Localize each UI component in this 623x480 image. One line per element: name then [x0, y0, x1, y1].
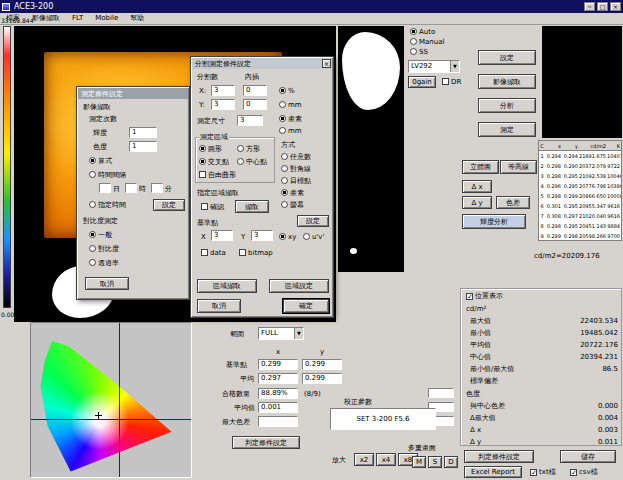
lv-select[interactable]: LV292 ▼: [408, 60, 460, 73]
center-point-radio[interactable]: 中心點: [237, 158, 267, 167]
normal-radio[interactable]: 一般: [89, 231, 112, 240]
chevron-down-icon[interactable]: ▼: [450, 61, 459, 72]
reference-x-field[interactable]: 0.299: [258, 359, 298, 370]
luminance-analysis-button[interactable]: 輝度分析: [462, 214, 526, 229]
measure-button[interactable]: 測定: [478, 122, 536, 137]
chevron-down-icon[interactable]: ▼: [294, 328, 303, 339]
zoom-x4-button[interactable]: x4: [376, 453, 396, 466]
cancel-button[interactable]: 取消: [85, 277, 129, 290]
mode-set-button[interactable]: 設定: [297, 215, 329, 227]
free-shape-checkbox[interactable]: 自由曲形: [199, 171, 236, 180]
dialog-title-bar[interactable]: 分割測定條件設定: [192, 58, 332, 69]
dialog-title-bar[interactable]: 測定條件設定: [78, 88, 188, 99]
app-window: ACE3-200 ─ □ × 檔案 影像擷取 FLT Mobile 幫助 331…: [0, 0, 623, 480]
ref-x-field[interactable]: 3: [211, 230, 233, 241]
color-diff-button[interactable]: 色差: [496, 196, 530, 209]
zero-gain-button[interactable]: 0gain: [408, 76, 436, 88]
stat-row: Δ最大值0.004: [470, 414, 618, 424]
circle-radio[interactable]: 圓形: [199, 145, 222, 154]
judge-condition-button[interactable]: 判定條件設定: [464, 450, 534, 463]
transmittance-radio[interactable]: 透過率: [89, 259, 119, 268]
size-mm-radio[interactable]: mm: [279, 127, 302, 136]
region-grab-button[interactable]: 區域擷取: [197, 279, 257, 293]
grab-button[interactable]: 擷取: [235, 200, 269, 213]
interval-day-field[interactable]: [99, 183, 111, 193]
y-division-field[interactable]: 3: [211, 99, 235, 110]
save-button[interactable]: 儲存: [560, 450, 616, 463]
mode-manual[interactable]: Manual: [410, 38, 444, 47]
multi-s-button[interactable]: S: [428, 456, 442, 468]
contrast-radio[interactable]: 對比度: [89, 245, 119, 254]
surface-3d-button[interactable]: 立體圖: [462, 160, 499, 174]
cross-point-radio[interactable]: 交叉點: [199, 158, 229, 167]
free-shape-checkbox-icon: [199, 171, 206, 178]
unit-percent-radio[interactable]: %: [279, 87, 295, 96]
mode-ss[interactable]: SS: [410, 48, 428, 57]
time-set-button[interactable]: 設定: [153, 199, 185, 211]
measure-size-field[interactable]: 3: [237, 115, 263, 126]
current-luminance-reading: cd/m2=20209.176: [534, 252, 600, 261]
mode-option-radio[interactable]: 目標點: [281, 177, 311, 186]
maximize-icon[interactable]: □: [597, 2, 608, 11]
average-x-field[interactable]: 0.297: [258, 373, 298, 384]
size-pixel-radio[interactable]: 畫素: [279, 115, 302, 124]
cross-point-radio-icon: [199, 158, 206, 165]
ok-button[interactable]: 確定: [283, 299, 329, 313]
ref-y-field[interactable]: 3: [251, 230, 273, 241]
y-interp-field[interactable]: 0: [243, 99, 267, 110]
menu-mobile[interactable]: Mobile: [89, 13, 124, 24]
formula-radio[interactable]: 算式: [89, 157, 112, 166]
mode-option-radio[interactable]: 對角線: [281, 165, 311, 174]
average-y-field[interactable]: 0.299: [302, 373, 342, 384]
position-display-checkbox[interactable]: 位置表示: [466, 292, 503, 301]
cd-section-label: cd/m²: [466, 305, 486, 314]
cie-chromaticity-diagram[interactable]: [30, 322, 192, 478]
interval-hour-field[interactable]: [125, 183, 137, 193]
zoom-x2-button[interactable]: x2: [354, 453, 374, 466]
csv-file-checkbox[interactable]: csv檔: [570, 468, 598, 477]
cancel-button[interactable]: 取消: [197, 299, 241, 313]
display-uv-radio[interactable]: u'v': [303, 233, 324, 242]
mode-option-radio[interactable]: 畫素: [281, 189, 304, 198]
data-file-checkbox[interactable]: data: [201, 249, 226, 258]
display-xy-radio[interactable]: xy: [279, 233, 296, 242]
fixed-time-radio[interactable]: 指定時間: [89, 201, 126, 210]
contour-button[interactable]: 等高線: [500, 160, 537, 174]
square-radio[interactable]: 方形: [237, 145, 260, 154]
delta-y-button[interactable]: Δ y: [462, 196, 492, 209]
mode-auto[interactable]: Auto: [410, 28, 435, 37]
region-set-button[interactable]: 區域設定: [269, 279, 329, 293]
chroma-count-field[interactable]: 1: [129, 141, 157, 152]
mode-option-radio[interactable]: 螢幕: [281, 201, 304, 210]
x-division-field[interactable]: 3: [211, 85, 235, 96]
range-judge-condition-button[interactable]: 判定條件設定: [232, 436, 300, 449]
mean-label: 平均值: [234, 404, 255, 413]
bitmap-checkbox[interactable]: bitmap: [239, 249, 273, 258]
analyze-button[interactable]: 分析: [478, 98, 536, 113]
secondary-image-view[interactable]: [338, 26, 404, 272]
unit-mm-radio[interactable]: mm: [279, 101, 302, 110]
delta-x-button[interactable]: Δ x: [462, 180, 492, 193]
confirm-checkbox[interactable]: 確認: [201, 203, 224, 212]
multi-d-button[interactable]: D: [444, 456, 458, 468]
menu-help[interactable]: 幫助: [124, 13, 150, 24]
menu-flt[interactable]: FLT: [66, 13, 89, 24]
interval-radio[interactable]: 時間間隔: [89, 171, 126, 180]
mode-option-radio[interactable]: 任意數: [281, 153, 311, 162]
range-select[interactable]: FULL ▼: [258, 327, 304, 340]
dr-checkbox[interactable]: DR: [442, 78, 461, 87]
excel-report-button[interactable]: Excel Report: [464, 466, 522, 478]
interval-min-field[interactable]: [151, 183, 163, 193]
window-title: ACE3-200: [14, 1, 582, 13]
luminance-count-field[interactable]: 1: [129, 127, 157, 138]
settings-button[interactable]: 設定: [478, 50, 536, 65]
reference-y-field[interactable]: 0.299: [302, 359, 342, 370]
close-icon[interactable]: ×: [322, 59, 331, 68]
x-interp-field[interactable]: 0: [243, 85, 267, 96]
capture-button[interactable]: 影像擷取: [478, 74, 536, 89]
measurement-table[interactable]: C x y cd/m2 K 10.2940.29421891.67510407 …: [538, 140, 622, 241]
multi-m-button[interactable]: M: [412, 456, 426, 468]
close-icon[interactable]: ×: [610, 2, 621, 11]
txt-file-checkbox[interactable]: txt檔: [530, 468, 556, 477]
minimize-icon[interactable]: ─: [584, 2, 595, 11]
